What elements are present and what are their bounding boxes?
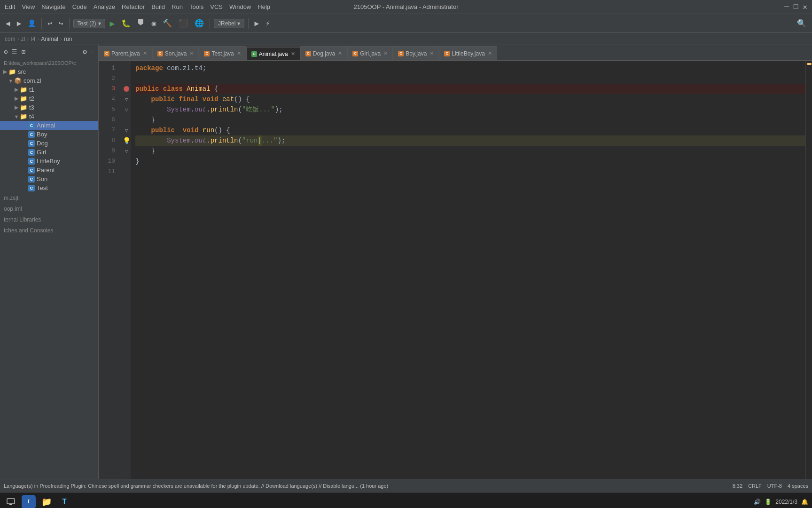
taskbar-explorer-icon[interactable]: 📁 — [39, 495, 54, 508]
stop-button[interactable]: ⬛ — [177, 18, 190, 29]
menu-view[interactable]: View — [22, 3, 35, 10]
tab-parent-close[interactable]: ✕ — [143, 50, 147, 56]
tab-littleboy-close[interactable]: ✕ — [488, 50, 492, 56]
menu-edit[interactable]: Edit — [5, 3, 15, 10]
run-with-coverage-button[interactable]: ⛊ — [135, 18, 147, 29]
code-line-4: public final void eat() { — [135, 94, 805, 104]
close-button[interactable]: ✕ — [803, 2, 807, 12]
taskbar-text-icon[interactable]: T — [57, 495, 71, 508]
tab-animal[interactable]: C Animal.java ✕ — [246, 47, 300, 61]
menu-tools[interactable]: Tools — [189, 3, 203, 10]
tree-item-dog[interactable]: C Dog — [0, 139, 98, 148]
menu-build[interactable]: Build — [151, 3, 165, 10]
breadcrumb-run[interactable]: run — [64, 36, 72, 42]
tree-item-animal[interactable]: C Animal — [0, 121, 98, 130]
status-indent[interactable]: 4 spaces — [788, 483, 808, 489]
menu-refactor[interactable]: Refactor — [122, 3, 145, 10]
sidebar-hide-button[interactable]: − — [90, 48, 95, 57]
breakpoint-dot-3[interactable] — [124, 86, 129, 92]
tab-girl-close[interactable]: ✕ — [383, 50, 388, 56]
tab-test[interactable]: C Test.java ✕ — [199, 46, 246, 60]
t2-folder-icon: 📁 — [20, 95, 27, 102]
tab-boy[interactable]: C Boy.java ✕ — [393, 46, 439, 60]
tree-item-t1[interactable]: ▶ 📁 t1 — [0, 85, 98, 94]
tree-item-comzl[interactable]: ▼ 📦 com.zl — [0, 76, 98, 85]
parent-class-icon: C — [28, 167, 35, 174]
code-line-2 — [135, 73, 805, 84]
menu-vcs[interactable]: VCS — [210, 3, 223, 10]
breadcrumb-t4[interactable]: t4 — [31, 36, 35, 42]
tree-label-animal: Animal — [37, 122, 55, 129]
translate-button[interactable]: 🌐 — [193, 18, 206, 29]
menu-code[interactable]: Code — [72, 3, 87, 10]
tree-item-t4[interactable]: ▼ 📁 t4 — [0, 112, 98, 121]
tab-girl[interactable]: C Girl.java ✕ — [347, 46, 393, 60]
debug-button[interactable]: 🐛 — [119, 18, 133, 29]
breadcrumb-animal[interactable]: Animal — [41, 36, 58, 42]
editor-content[interactable]: 1 2 3 4 5 6 7 8 9 10 11 ▽ — [99, 61, 812, 479]
status-line-ending[interactable]: CRLF — [748, 483, 762, 489]
jrebel-arrow-icon: ▾ — [237, 20, 240, 27]
minimize-button[interactable]: ─ — [784, 3, 789, 11]
forward-button[interactable]: ▶ — [15, 18, 23, 29]
tree-item-libraries[interactable]: ternal Libraries — [0, 214, 98, 225]
tab-littleboy[interactable]: C LittleBoy.java ✕ — [439, 46, 497, 60]
tree-arrow-comzl: ▼ — [8, 78, 14, 84]
breadcrumb-com[interactable]: com — [5, 36, 16, 42]
tree-item-src[interactable]: ▶ 📁 src — [0, 67, 98, 76]
tree-item-boy[interactable]: C Boy — [0, 130, 98, 139]
tree-item-t2[interactable]: ▶ 📁 t2 — [0, 94, 98, 103]
breadcrumb-zl[interactable]: zl — [21, 36, 25, 42]
tree-item-littleboy[interactable]: C LittleBoy — [0, 157, 98, 166]
taskbar-intellij-icon[interactable]: I — [22, 495, 36, 508]
sidebar-expand-button[interactable]: ☰ — [10, 47, 18, 57]
tree-item-test[interactable]: C Test — [0, 183, 98, 192]
code-editor[interactable]: package com.zl.t4; public class Animal {… — [131, 61, 805, 479]
menu-run[interactable]: Run — [172, 3, 183, 10]
tab-animal-close[interactable]: ✕ — [291, 51, 295, 57]
sidebar-collapse-button[interactable]: ⊞ — [20, 47, 26, 57]
tab-boy-close[interactable]: ✕ — [429, 50, 434, 56]
line-num-5: 5 — [99, 104, 118, 115]
status-encoding[interactable]: UTF-8 — [767, 483, 782, 489]
menu-help[interactable]: Help — [258, 3, 270, 10]
tab-parent[interactable]: C Parent.java ✕ — [99, 46, 152, 60]
jrebel-dropdown[interactable]: JRebel ▾ — [214, 19, 244, 28]
run-button[interactable]: ▶ — [108, 17, 117, 30]
menu-analyze[interactable]: Analyze — [94, 3, 115, 10]
taskbar-monitor-icon[interactable] — [4, 495, 18, 508]
jrebel-run-button[interactable]: ▶ — [252, 18, 261, 29]
sidebar-settings-button[interactable]: ⚙ — [82, 47, 87, 57]
gutter-6 — [122, 115, 131, 125]
tree-item-girl[interactable]: C Girl — [0, 148, 98, 157]
tree-item-oopiml[interactable]: oop.iml — [0, 203, 98, 214]
tree-item-t3[interactable]: ▶ 📁 t3 — [0, 103, 98, 112]
jrebel-debug-button[interactable]: ⚡ — [264, 18, 272, 29]
status-line-col[interactable]: 8:32 — [733, 483, 742, 489]
tree-item-mzsjt[interactable]: m.zsjt — [0, 192, 98, 203]
tab-dog-close[interactable]: ✕ — [338, 50, 342, 56]
search-everywhere-button[interactable]: 🔍 — [795, 18, 808, 29]
run-config-dropdown[interactable]: Test (2) ▾ — [73, 19, 105, 28]
main-layout: ⊕ ☰ ⊞ ⚙ − E:\idea_workspace\2105OOP\c ▶ … — [0, 45, 812, 479]
menu-navigate[interactable]: Navigate — [41, 3, 65, 10]
sidebar-new-button[interactable]: ⊕ — [3, 47, 8, 57]
tab-test-close[interactable]: ✕ — [237, 50, 241, 56]
bulb-icon-8[interactable]: 💡 — [123, 137, 131, 145]
tab-son[interactable]: C Son.java ✕ — [152, 46, 199, 60]
undo-button[interactable]: ↩ — [46, 18, 54, 29]
redo-button[interactable]: ↪ — [57, 18, 65, 29]
tree-item-scratches[interactable]: tches and Consoles — [0, 225, 98, 236]
tab-dog[interactable]: C Dog.java ✕ — [300, 46, 347, 60]
taskbar-notification-icon[interactable]: 🔔 — [801, 499, 808, 505]
user-icon[interactable]: 👤 — [26, 18, 38, 28]
profile-button[interactable]: ◉ — [149, 18, 158, 29]
back-button[interactable]: ◀ — [4, 18, 12, 29]
tab-son-close[interactable]: ✕ — [189, 50, 194, 56]
tree-item-parent[interactable]: C Parent — [0, 166, 98, 175]
maximize-button[interactable]: □ — [794, 3, 798, 11]
line-num-10: 10 — [99, 156, 118, 167]
tree-item-son[interactable]: C Son — [0, 175, 98, 183]
menu-window[interactable]: Window — [229, 3, 251, 10]
build-button[interactable]: 🔨 — [161, 18, 174, 29]
